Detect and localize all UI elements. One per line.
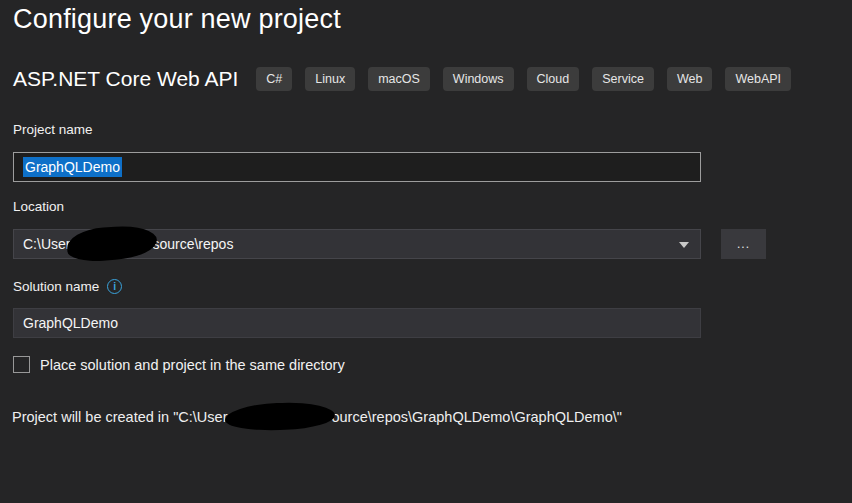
project-path-summary: Project will be created in "C:\Userource… — [12, 409, 622, 425]
location-combobox[interactable]: C:\Usersource\repos — [13, 229, 701, 259]
project-tag: Cloud — [527, 67, 580, 91]
project-name-label: Project name — [13, 122, 93, 137]
project-tag: Web — [667, 67, 712, 91]
redaction-blob — [225, 401, 336, 432]
same-directory-checkbox[interactable] — [13, 356, 30, 373]
info-icon[interactable]: i — [107, 279, 122, 294]
project-name-input[interactable]: GraphQLDemo — [13, 152, 701, 182]
project-tag: Linux — [305, 67, 355, 91]
project-name-selected-text: GraphQLDemo — [23, 157, 122, 177]
browse-location-button[interactable]: ... — [721, 229, 766, 259]
project-path-suffix: ource\repos\GraphQLDemo\GraphQLDemo\" — [331, 409, 621, 425]
project-tag: WebAPI — [725, 67, 791, 91]
solution-name-input[interactable]: GraphQLDemo — [13, 308, 701, 338]
project-type-row: ASP.NET Core Web API C# Linux macOS Wind… — [13, 64, 791, 94]
project-tag: Service — [592, 67, 654, 91]
redaction-blob — [66, 223, 158, 262]
project-tag-list: C# Linux macOS Windows Cloud Service Web… — [256, 67, 791, 91]
project-tag: Windows — [443, 67, 514, 91]
page-title: Configure your new project — [13, 0, 341, 38]
solution-name-label-row: Solution name i — [13, 279, 122, 294]
location-label: Location — [13, 199, 64, 214]
project-tag: C# — [256, 67, 292, 91]
location-value-suffix: source\repos — [152, 236, 233, 252]
same-directory-row: Place solution and project in the same d… — [13, 356, 345, 373]
project-type-name: ASP.NET Core Web API — [13, 67, 238, 91]
solution-name-value: GraphQLDemo — [23, 315, 118, 331]
location-value-prefix: C:\User — [23, 236, 70, 252]
same-directory-label[interactable]: Place solution and project in the same d… — [40, 357, 345, 373]
chevron-down-icon[interactable] — [679, 242, 689, 248]
solution-name-label: Solution name — [13, 279, 99, 294]
project-tag: macOS — [368, 67, 430, 91]
project-path-prefix: Project will be created in "C:\User — [12, 409, 227, 425]
